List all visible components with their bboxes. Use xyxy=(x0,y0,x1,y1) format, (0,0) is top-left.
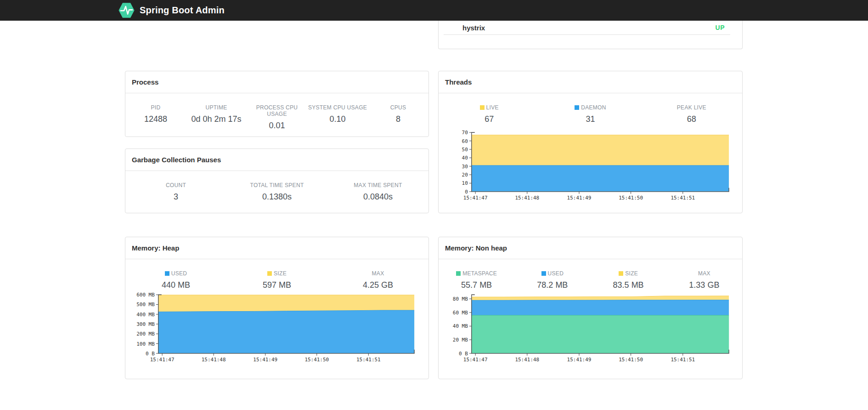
svg-text:40 MB: 40 MB xyxy=(453,323,468,329)
stat: MAX 4.25 GB xyxy=(327,270,428,290)
stat: SIZE 83.5 MB xyxy=(591,270,666,290)
stat-value: 12488 xyxy=(125,114,186,124)
stat-label-row: UPTIME xyxy=(186,104,247,111)
stat-label-row: PID xyxy=(125,104,186,111)
stat-value: 0.10 xyxy=(307,114,368,124)
nonheap-stats: METASPACE 55.7 MB USED 78.2 MB SIZE 83.5… xyxy=(439,270,742,290)
process-stats: PID 12488 UPTIME 0d 0h 2m 17s PROCESS CP… xyxy=(125,104,428,131)
svg-text:300 MB: 300 MB xyxy=(136,321,155,327)
stat-label-row: MAX xyxy=(666,270,742,277)
svg-text:400 MB: 400 MB xyxy=(136,312,155,318)
status-row: hystrix UP xyxy=(439,21,742,34)
svg-text:15:41:51: 15:41:51 xyxy=(671,195,695,201)
stat: USED 78.2 MB xyxy=(514,270,590,290)
svg-text:100 MB: 100 MB xyxy=(136,341,155,347)
stat-label: SIZE xyxy=(625,270,638,277)
stat: MAX 1.33 GB xyxy=(666,270,742,290)
divider xyxy=(444,34,730,35)
card-header: Threads xyxy=(439,71,742,93)
stat-label: MAX xyxy=(372,270,384,277)
stat-value: 0.1380s xyxy=(226,192,327,202)
stat-label-row: SYSTEM CPU USAGE xyxy=(307,104,368,111)
svg-text:600 MB: 600 MB xyxy=(136,292,155,298)
stat-label: SIZE xyxy=(274,270,287,277)
stat: METASPACE 55.7 MB xyxy=(439,270,514,290)
card-header: Process xyxy=(125,71,428,93)
svg-text:15:41:48: 15:41:48 xyxy=(515,357,539,363)
svg-text:15:41:50: 15:41:50 xyxy=(304,357,329,363)
stat: LIVE 67 xyxy=(439,104,540,124)
svg-text:0: 0 xyxy=(465,189,468,195)
status-badge: UP xyxy=(716,24,725,31)
brand-link[interactable]: Spring Boot Admin xyxy=(118,2,225,19)
legend-swatch xyxy=(267,271,272,276)
stat: DAEMON 31 xyxy=(540,104,641,124)
stat-label: CPUS xyxy=(390,104,406,111)
svg-text:10: 10 xyxy=(462,180,468,186)
heap-stats: USED 440 MB SIZE 597 MB MAX 4.25 GB xyxy=(125,270,428,290)
svg-text:15:41:49: 15:41:49 xyxy=(253,357,277,363)
stat-label-row: DAEMON xyxy=(540,104,641,111)
legend-swatch xyxy=(575,105,579,110)
stat: USED 440 MB xyxy=(125,270,226,290)
stat-label: COUNT xyxy=(166,182,186,188)
stat-label: MAX TIME SPENT xyxy=(354,182,402,188)
stat-value: 68 xyxy=(641,114,742,124)
stat-label: LIVE xyxy=(486,104,499,111)
svg-text:15:41:47: 15:41:47 xyxy=(463,357,488,363)
stat: PEAK LIVE 68 xyxy=(641,104,742,124)
threads-card: Threads LIVE 67 DAEMON 31 PEAK LIVE 68 0… xyxy=(438,71,743,213)
stat-label: TOTAL TIME SPENT xyxy=(250,182,304,188)
svg-text:70: 70 xyxy=(462,130,468,136)
stat-value: 31 xyxy=(540,114,641,124)
gc-stats: COUNT 3 TOTAL TIME SPENT 0.1380s MAX TIM… xyxy=(125,182,428,202)
stat: TOTAL TIME SPENT 0.1380s xyxy=(226,182,327,202)
svg-text:20 MB: 20 MB xyxy=(453,337,468,343)
svg-text:500 MB: 500 MB xyxy=(136,302,155,308)
stat: MAX TIME SPENT 0.0840s xyxy=(327,182,428,202)
card-header: Memory: Heap xyxy=(125,237,428,259)
svg-text:20: 20 xyxy=(462,172,468,178)
threads-stats: LIVE 67 DAEMON 31 PEAK LIVE 68 xyxy=(439,104,742,124)
card-header: Memory: Non heap xyxy=(439,237,742,259)
svg-text:15:41:47: 15:41:47 xyxy=(463,195,488,201)
stat-label: PEAK LIVE xyxy=(677,104,706,111)
stat-value: 0d 0h 2m 17s xyxy=(186,114,247,124)
legend-swatch xyxy=(619,271,623,276)
spring-boot-admin-logo-icon xyxy=(118,2,135,19)
svg-text:0 B: 0 B xyxy=(459,351,468,357)
svg-text:15:41:47: 15:41:47 xyxy=(150,357,175,363)
stat-label: USED xyxy=(171,270,187,277)
svg-text:60 MB: 60 MB xyxy=(453,310,468,316)
stat-label: SYSTEM CPU USAGE xyxy=(308,104,367,111)
svg-text:15:41:51: 15:41:51 xyxy=(671,357,695,363)
legend-swatch xyxy=(480,105,485,110)
process-card: Process PID 12488 UPTIME 0d 0h 2m 17s PR… xyxy=(125,71,429,137)
svg-text:0 B: 0 B xyxy=(146,351,155,357)
stat-label-row: SIZE xyxy=(226,270,327,277)
stat-label: PID xyxy=(151,104,161,111)
navbar: Spring Boot Admin xyxy=(0,0,868,21)
stat-label-row: SIZE xyxy=(591,270,666,277)
svg-text:15:41:49: 15:41:49 xyxy=(567,357,592,363)
stat-label-row: METASPACE xyxy=(439,270,514,277)
svg-text:40: 40 xyxy=(462,155,468,161)
app-title: Spring Boot Admin xyxy=(140,5,225,16)
memory-heap-chart: 0 B100 MB200 MB300 MB400 MB500 MB600 MB1… xyxy=(125,288,428,373)
svg-text:60: 60 xyxy=(462,138,468,144)
gc-pauses-card: Garbage Collection Pauses COUNT 3 TOTAL … xyxy=(125,148,429,213)
stat: PROCESS CPU USAGE 0.01 xyxy=(247,104,307,131)
stat-label-row: CPUS xyxy=(368,104,428,111)
stat-value: 8 xyxy=(368,114,428,124)
threads-chart: 01020304050607015:41:4715:41:4815:41:491… xyxy=(439,125,742,211)
svg-text:15:41:51: 15:41:51 xyxy=(356,357,381,363)
svg-text:80 MB: 80 MB xyxy=(453,296,468,302)
memory-nonheap-chart: 0 B20 MB40 MB60 MB80 MB15:41:4715:41:481… xyxy=(439,288,742,373)
stat-label: DAEMON xyxy=(581,104,606,111)
page: Spring Boot Admin hystrix UP Process xyxy=(0,0,868,410)
stat: PID 12488 xyxy=(125,104,186,131)
card-header: Garbage Collection Pauses xyxy=(125,149,428,171)
stat-label-row: USED xyxy=(125,270,226,277)
card-title: Memory: Non heap xyxy=(445,244,507,252)
svg-text:15:41:48: 15:41:48 xyxy=(202,357,226,363)
